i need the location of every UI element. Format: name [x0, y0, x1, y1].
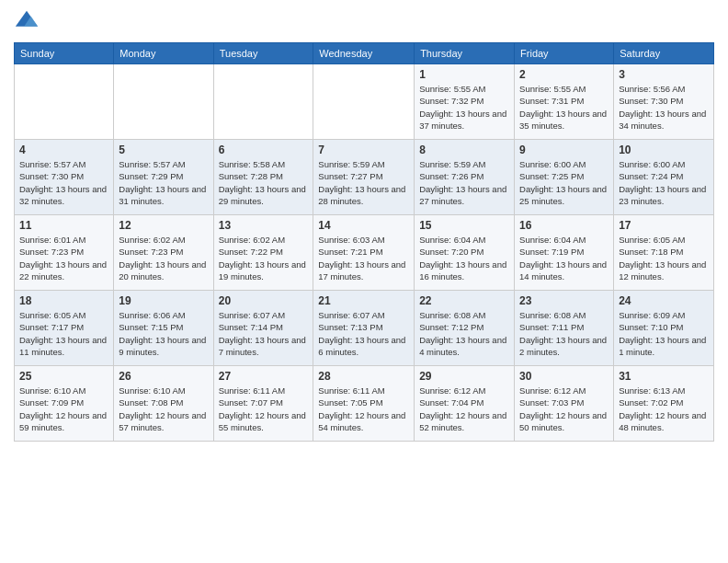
day-number: 2 [519, 68, 609, 81]
day-header-friday: Friday [515, 43, 614, 64]
day-info: Sunrise: 6:00 AMSunset: 7:24 PMDaylight:… [619, 158, 709, 207]
day-info: Sunrise: 5:57 AMSunset: 7:29 PMDaylight:… [119, 158, 208, 207]
day-number: 14 [318, 219, 409, 232]
day-info: Sunrise: 5:59 AMSunset: 7:26 PMDaylight:… [419, 158, 509, 207]
day-info: Sunrise: 6:12 AMSunset: 7:04 PMDaylight:… [419, 385, 509, 433]
calendar-cell: 8Sunrise: 5:59 AMSunset: 7:26 PMDaylight… [415, 140, 515, 215]
day-number: 10 [619, 144, 709, 156]
day-info: Sunrise: 6:07 AMSunset: 7:13 PMDaylight:… [318, 309, 409, 358]
day-info: Sunrise: 6:08 AMSunset: 7:11 PMDaylight:… [519, 309, 609, 358]
page-header [14, 9, 714, 35]
day-number: 29 [419, 370, 509, 383]
day-number: 23 [519, 294, 609, 307]
day-number: 24 [619, 294, 709, 307]
day-header-thursday: Thursday [415, 43, 515, 64]
day-info: Sunrise: 5:59 AMSunset: 7:27 PMDaylight:… [318, 158, 409, 207]
calendar-cell: 14Sunrise: 6:03 AMSunset: 7:21 PMDayligh… [313, 215, 415, 291]
day-number: 21 [318, 294, 409, 307]
calendar-cell: 28Sunrise: 6:11 AMSunset: 7:05 PMDayligh… [313, 366, 415, 442]
day-number: 25 [19, 370, 108, 383]
calendar-cell: 12Sunrise: 6:02 AMSunset: 7:23 PMDayligh… [114, 215, 213, 291]
calendar-cell [15, 64, 114, 140]
day-info: Sunrise: 6:03 AMSunset: 7:21 PMDaylight:… [318, 234, 409, 282]
day-number: 8 [419, 144, 509, 156]
calendar-table: SundayMondayTuesdayWednesdayThursdayFrid… [14, 42, 714, 442]
day-info: Sunrise: 6:08 AMSunset: 7:12 PMDaylight:… [419, 309, 509, 358]
calendar-cell: 26Sunrise: 6:10 AMSunset: 7:08 PMDayligh… [114, 366, 213, 442]
day-info: Sunrise: 6:04 AMSunset: 7:20 PMDaylight:… [419, 234, 509, 282]
day-info: Sunrise: 6:10 AMSunset: 7:09 PMDaylight:… [19, 385, 108, 433]
calendar-cell: 30Sunrise: 6:12 AMSunset: 7:03 PMDayligh… [515, 366, 614, 442]
calendar-cell: 25Sunrise: 6:10 AMSunset: 7:09 PMDayligh… [15, 366, 114, 442]
day-number: 26 [119, 370, 208, 383]
day-number: 12 [119, 219, 208, 232]
day-info: Sunrise: 6:05 AMSunset: 7:17 PMDaylight:… [19, 309, 108, 358]
day-number: 4 [19, 144, 108, 156]
day-info: Sunrise: 5:56 AMSunset: 7:30 PMDaylight:… [619, 83, 709, 132]
day-number: 17 [619, 219, 709, 232]
calendar-cell [213, 64, 313, 140]
day-info: Sunrise: 6:12 AMSunset: 7:03 PMDaylight:… [519, 385, 609, 433]
day-info: Sunrise: 5:58 AMSunset: 7:28 PMDaylight:… [219, 158, 309, 207]
calendar-cell: 19Sunrise: 6:06 AMSunset: 7:15 PMDayligh… [114, 291, 213, 366]
day-number: 22 [419, 294, 509, 307]
calendar-cell: 22Sunrise: 6:08 AMSunset: 7:12 PMDayligh… [415, 291, 515, 366]
day-number: 28 [318, 370, 409, 383]
calendar-cell: 29Sunrise: 6:12 AMSunset: 7:04 PMDayligh… [415, 366, 515, 442]
calendar-cell: 3Sunrise: 5:56 AMSunset: 7:30 PMDaylight… [614, 64, 714, 140]
day-number: 9 [519, 144, 609, 156]
day-number: 19 [119, 294, 208, 307]
calendar-cell: 11Sunrise: 6:01 AMSunset: 7:23 PMDayligh… [15, 215, 114, 291]
day-info: Sunrise: 6:05 AMSunset: 7:18 PMDaylight:… [619, 234, 709, 282]
day-number: 6 [219, 144, 309, 156]
calendar-cell: 20Sunrise: 6:07 AMSunset: 7:14 PMDayligh… [213, 291, 313, 366]
calendar-cell: 9Sunrise: 6:00 AMSunset: 7:25 PMDaylight… [515, 140, 614, 215]
calendar-cell: 17Sunrise: 6:05 AMSunset: 7:18 PMDayligh… [614, 215, 714, 291]
logo-icon [14, 9, 40, 35]
calendar-cell [313, 64, 415, 140]
day-number: 18 [19, 294, 108, 307]
calendar-cell: 5Sunrise: 5:57 AMSunset: 7:29 PMDaylight… [114, 140, 213, 215]
calendar-cell: 24Sunrise: 6:09 AMSunset: 7:10 PMDayligh… [614, 291, 714, 366]
calendar-cell: 10Sunrise: 6:00 AMSunset: 7:24 PMDayligh… [614, 140, 714, 215]
day-number: 16 [519, 219, 609, 232]
calendar-cell: 4Sunrise: 5:57 AMSunset: 7:30 PMDaylight… [15, 140, 114, 215]
day-number: 5 [119, 144, 208, 156]
day-number: 11 [19, 219, 108, 232]
calendar-week-1: 1Sunrise: 5:55 AMSunset: 7:32 PMDaylight… [15, 64, 714, 140]
day-info: Sunrise: 6:11 AMSunset: 7:05 PMDaylight:… [318, 385, 409, 433]
calendar-cell: 1Sunrise: 5:55 AMSunset: 7:32 PMDaylight… [415, 64, 515, 140]
calendar-week-2: 4Sunrise: 5:57 AMSunset: 7:30 PMDaylight… [15, 140, 714, 215]
day-info: Sunrise: 6:11 AMSunset: 7:07 PMDaylight:… [219, 385, 309, 433]
day-info: Sunrise: 6:06 AMSunset: 7:15 PMDaylight:… [119, 309, 208, 358]
day-info: Sunrise: 6:13 AMSunset: 7:02 PMDaylight:… [619, 385, 709, 433]
calendar-header-row: SundayMondayTuesdayWednesdayThursdayFrid… [15, 43, 714, 64]
day-number: 30 [519, 370, 609, 383]
calendar-week-5: 25Sunrise: 6:10 AMSunset: 7:09 PMDayligh… [15, 366, 714, 442]
calendar-cell: 31Sunrise: 6:13 AMSunset: 7:02 PMDayligh… [614, 366, 714, 442]
calendar-cell: 18Sunrise: 6:05 AMSunset: 7:17 PMDayligh… [15, 291, 114, 366]
calendar-cell: 27Sunrise: 6:11 AMSunset: 7:07 PMDayligh… [213, 366, 313, 442]
day-number: 31 [619, 370, 709, 383]
day-header-sunday: Sunday [15, 43, 114, 64]
day-number: 1 [419, 68, 509, 81]
calendar-cell: 7Sunrise: 5:59 AMSunset: 7:27 PMDaylight… [313, 140, 415, 215]
day-number: 7 [318, 144, 409, 156]
day-header-wednesday: Wednesday [313, 43, 415, 64]
day-info: Sunrise: 5:55 AMSunset: 7:32 PMDaylight:… [419, 83, 509, 132]
calendar-cell: 2Sunrise: 5:55 AMSunset: 7:31 PMDaylight… [515, 64, 614, 140]
day-number: 3 [619, 68, 709, 81]
day-info: Sunrise: 6:00 AMSunset: 7:25 PMDaylight:… [519, 158, 609, 207]
day-number: 15 [419, 219, 509, 232]
calendar-week-3: 11Sunrise: 6:01 AMSunset: 7:23 PMDayligh… [15, 215, 714, 291]
logo [14, 9, 43, 35]
calendar-cell: 15Sunrise: 6:04 AMSunset: 7:20 PMDayligh… [415, 215, 515, 291]
calendar-cell: 21Sunrise: 6:07 AMSunset: 7:13 PMDayligh… [313, 291, 415, 366]
calendar-cell [114, 64, 213, 140]
day-info: Sunrise: 6:07 AMSunset: 7:14 PMDaylight:… [219, 309, 309, 358]
calendar-cell: 6Sunrise: 5:58 AMSunset: 7:28 PMDaylight… [213, 140, 313, 215]
calendar-cell: 16Sunrise: 6:04 AMSunset: 7:19 PMDayligh… [515, 215, 614, 291]
day-info: Sunrise: 6:09 AMSunset: 7:10 PMDaylight:… [619, 309, 709, 358]
day-info: Sunrise: 5:55 AMSunset: 7:31 PMDaylight:… [519, 83, 609, 132]
day-number: 20 [219, 294, 309, 307]
